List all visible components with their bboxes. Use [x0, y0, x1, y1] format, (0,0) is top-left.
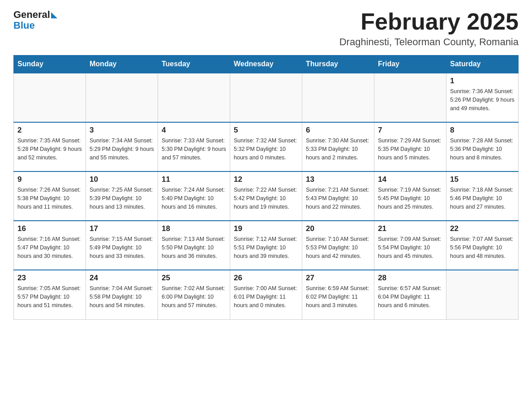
day-number: 8 [450, 126, 515, 135]
logo-blue: Blue [13, 20, 35, 31]
day-number: 13 [306, 175, 370, 184]
day-number: 11 [162, 175, 226, 184]
day-info: Sunrise: 7:10 AM Sunset: 5:53 PM Dayligh… [306, 235, 370, 260]
calendar-table: SundayMondayTuesdayWednesdayThursdayFrid… [13, 55, 519, 320]
day-number: 28 [378, 274, 442, 283]
calendar-cell: 24Sunrise: 7:04 AM Sunset: 5:58 PM Dayli… [86, 270, 158, 319]
day-number: 12 [234, 175, 298, 184]
day-number: 21 [378, 224, 442, 233]
day-number: 27 [306, 274, 370, 283]
day-info: Sunrise: 7:35 AM Sunset: 5:28 PM Dayligh… [17, 137, 82, 162]
calendar-week-row: 2Sunrise: 7:35 AM Sunset: 5:28 PM Daylig… [14, 122, 519, 171]
day-number: 1 [450, 77, 515, 86]
day-number: 2 [17, 126, 82, 135]
day-info: Sunrise: 7:02 AM Sunset: 6:00 PM Dayligh… [162, 284, 226, 309]
calendar-cell [230, 73, 302, 122]
calendar-cell: 20Sunrise: 7:10 AM Sunset: 5:53 PM Dayli… [302, 221, 374, 270]
calendar-cell: 28Sunrise: 6:57 AM Sunset: 6:04 PM Dayli… [374, 270, 446, 319]
calendar-header: SundayMondayTuesdayWednesdayThursdayFrid… [14, 56, 519, 73]
title-block: February 2025 Draghinesti, Teleorman Cou… [339, 9, 519, 48]
calendar-cell [302, 73, 374, 122]
day-number: 19 [234, 224, 298, 233]
calendar-week-row: 1Sunrise: 7:36 AM Sunset: 5:26 PM Daylig… [14, 73, 519, 122]
calendar-body: 1Sunrise: 7:36 AM Sunset: 5:26 PM Daylig… [14, 73, 519, 319]
calendar-week-row: 16Sunrise: 7:16 AM Sunset: 5:47 PM Dayli… [14, 221, 519, 270]
day-number: 24 [90, 274, 154, 283]
day-number: 9 [17, 175, 82, 184]
day-info: Sunrise: 7:12 AM Sunset: 5:51 PM Dayligh… [234, 235, 298, 260]
day-info: Sunrise: 7:25 AM Sunset: 5:39 PM Dayligh… [90, 186, 154, 211]
day-header-tuesday: Tuesday [158, 56, 230, 73]
calendar-cell: 7Sunrise: 7:29 AM Sunset: 5:35 PM Daylig… [374, 122, 446, 171]
calendar-cell: 5Sunrise: 7:32 AM Sunset: 5:32 PM Daylig… [230, 122, 302, 171]
day-number: 6 [306, 126, 370, 135]
calendar-cell: 25Sunrise: 7:02 AM Sunset: 6:00 PM Dayli… [158, 270, 230, 319]
day-info: Sunrise: 7:30 AM Sunset: 5:33 PM Dayligh… [306, 137, 370, 162]
day-number: 16 [17, 224, 82, 233]
day-header-row: SundayMondayTuesdayWednesdayThursdayFrid… [14, 56, 519, 73]
day-info: Sunrise: 7:21 AM Sunset: 5:43 PM Dayligh… [306, 186, 370, 211]
day-header-sunday: Sunday [14, 56, 86, 73]
calendar-cell: 23Sunrise: 7:05 AM Sunset: 5:57 PM Dayli… [14, 270, 86, 319]
day-info: Sunrise: 7:15 AM Sunset: 5:49 PM Dayligh… [90, 235, 154, 260]
day-info: Sunrise: 7:00 AM Sunset: 6:01 PM Dayligh… [234, 284, 298, 309]
page-header: General Blue February 2025 Draghinesti, … [13, 9, 519, 48]
day-header-saturday: Saturday [446, 56, 519, 73]
calendar-cell: 19Sunrise: 7:12 AM Sunset: 5:51 PM Dayli… [230, 221, 302, 270]
day-info: Sunrise: 7:16 AM Sunset: 5:47 PM Dayligh… [17, 235, 82, 260]
day-number: 5 [234, 126, 298, 135]
day-info: Sunrise: 7:19 AM Sunset: 5:45 PM Dayligh… [378, 186, 442, 211]
calendar-cell: 14Sunrise: 7:19 AM Sunset: 5:45 PM Dayli… [374, 171, 446, 221]
calendar-cell: 16Sunrise: 7:16 AM Sunset: 5:47 PM Dayli… [14, 221, 86, 270]
day-number: 10 [90, 175, 154, 184]
calendar-cell: 27Sunrise: 6:59 AM Sunset: 6:02 PM Dayli… [302, 270, 374, 319]
calendar-cell: 15Sunrise: 7:18 AM Sunset: 5:46 PM Dayli… [446, 171, 519, 221]
calendar-cell [14, 73, 86, 122]
day-number: 14 [378, 175, 442, 184]
day-number: 7 [378, 126, 442, 135]
calendar-cell: 22Sunrise: 7:07 AM Sunset: 5:56 PM Dayli… [446, 221, 519, 270]
calendar-cell: 12Sunrise: 7:22 AM Sunset: 5:42 PM Dayli… [230, 171, 302, 221]
day-number: 4 [162, 126, 226, 135]
day-number: 20 [306, 224, 370, 233]
calendar-cell: 4Sunrise: 7:33 AM Sunset: 5:30 PM Daylig… [158, 122, 230, 171]
day-header-thursday: Thursday [302, 56, 374, 73]
day-info: Sunrise: 7:05 AM Sunset: 5:57 PM Dayligh… [17, 284, 82, 309]
calendar-cell: 10Sunrise: 7:25 AM Sunset: 5:39 PM Dayli… [86, 171, 158, 221]
day-number: 18 [162, 224, 226, 233]
calendar-cell: 8Sunrise: 7:28 AM Sunset: 5:36 PM Daylig… [446, 122, 519, 171]
calendar-cell [86, 73, 158, 122]
day-info: Sunrise: 7:04 AM Sunset: 5:58 PM Dayligh… [90, 284, 154, 309]
day-number: 3 [90, 126, 154, 135]
day-header-wednesday: Wednesday [230, 56, 302, 73]
day-info: Sunrise: 7:32 AM Sunset: 5:32 PM Dayligh… [234, 137, 298, 162]
logo-triangle-icon [51, 12, 57, 18]
calendar-cell: 2Sunrise: 7:35 AM Sunset: 5:28 PM Daylig… [14, 122, 86, 171]
calendar-cell: 3Sunrise: 7:34 AM Sunset: 5:29 PM Daylig… [86, 122, 158, 171]
day-info: Sunrise: 6:59 AM Sunset: 6:02 PM Dayligh… [306, 284, 370, 309]
day-info: Sunrise: 7:36 AM Sunset: 5:26 PM Dayligh… [450, 87, 515, 112]
logo-general: General [13, 9, 50, 21]
day-info: Sunrise: 7:09 AM Sunset: 5:54 PM Dayligh… [378, 235, 442, 260]
calendar-title: February 2025 [339, 9, 519, 34]
day-info: Sunrise: 7:33 AM Sunset: 5:30 PM Dayligh… [162, 137, 226, 162]
day-number: 23 [17, 274, 82, 283]
day-info: Sunrise: 7:18 AM Sunset: 5:46 PM Dayligh… [450, 186, 515, 211]
day-info: Sunrise: 7:26 AM Sunset: 5:38 PM Dayligh… [17, 186, 82, 211]
calendar-cell: 6Sunrise: 7:30 AM Sunset: 5:33 PM Daylig… [302, 122, 374, 171]
day-info: Sunrise: 7:22 AM Sunset: 5:42 PM Dayligh… [234, 186, 298, 211]
day-info: Sunrise: 6:57 AM Sunset: 6:04 PM Dayligh… [378, 284, 442, 309]
calendar-cell: 13Sunrise: 7:21 AM Sunset: 5:43 PM Dayli… [302, 171, 374, 221]
logo: General Blue [13, 9, 57, 31]
day-header-friday: Friday [374, 56, 446, 73]
day-info: Sunrise: 7:34 AM Sunset: 5:29 PM Dayligh… [90, 137, 154, 162]
day-info: Sunrise: 7:29 AM Sunset: 5:35 PM Dayligh… [378, 137, 442, 162]
day-number: 17 [90, 224, 154, 233]
day-header-monday: Monday [86, 56, 158, 73]
day-info: Sunrise: 7:07 AM Sunset: 5:56 PM Dayligh… [450, 235, 515, 260]
day-number: 15 [450, 175, 515, 184]
day-number: 26 [234, 274, 298, 283]
day-number: 22 [450, 224, 515, 233]
calendar-cell [446, 270, 519, 319]
calendar-cell: 18Sunrise: 7:13 AM Sunset: 5:50 PM Dayli… [158, 221, 230, 270]
